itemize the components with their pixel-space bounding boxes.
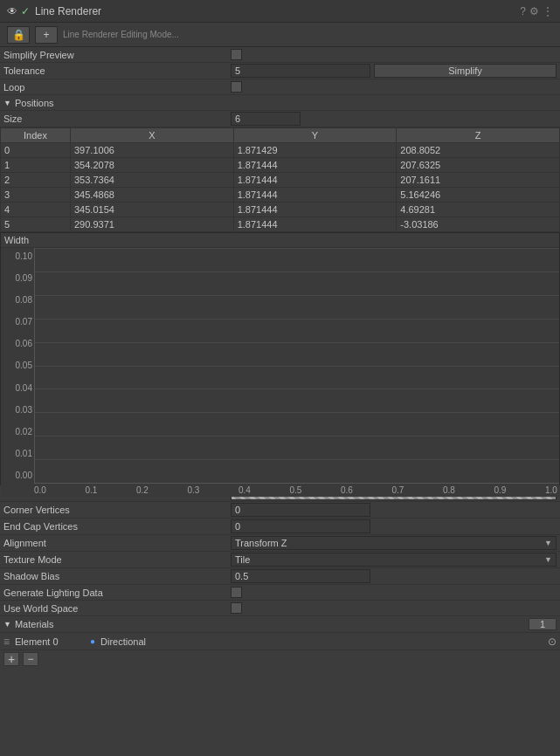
chart-inner: 0.100.090.080.070.060.050.040.030.020.01… xyxy=(1,248,559,484)
cell-index[interactable]: 0 xyxy=(1,143,71,158)
x-axis-label: 0.0 xyxy=(34,485,46,495)
alignment-arrow: ▼ xyxy=(544,539,552,547)
y-axis: 0.100.090.080.070.060.050.040.030.020.01… xyxy=(1,248,34,484)
cell-x[interactable]: 345.4868 xyxy=(71,188,234,203)
lock-button[interactable]: 🔒 xyxy=(7,26,30,44)
loop-label: Loop xyxy=(3,82,231,93)
help-icon[interactable]: ? xyxy=(520,5,526,17)
cell-y[interactable]: 1.871444 xyxy=(233,203,397,217)
chart-grid-line xyxy=(35,366,559,367)
x-axis-label: 0.4 xyxy=(239,485,251,495)
corner-vertices-row: Corner Vertices xyxy=(0,502,560,519)
cell-z[interactable]: 5.164246 xyxy=(397,188,560,203)
cell-index[interactable]: 1 xyxy=(1,158,71,173)
generate-lighting-row: Generate Lighting Data xyxy=(0,585,560,601)
toolbar-hint: Line Renderer Editing Mode... xyxy=(63,30,553,39)
x-axis-label: 1.0 xyxy=(545,485,557,495)
y-axis-label: 0.01 xyxy=(3,449,32,458)
add-remove-row: + − xyxy=(0,650,560,668)
corner-vertices-value xyxy=(231,503,557,517)
cell-z[interactable]: -3.03186 xyxy=(397,217,560,232)
use-world-space-row: Use World Space xyxy=(0,601,560,616)
size-row: Size xyxy=(0,111,560,127)
positions-table: Index X Y Z 0397.10061.871429208.8052135… xyxy=(0,127,560,232)
element-0-label: Element 0 xyxy=(15,636,85,647)
texture-mode-arrow: ▼ xyxy=(544,555,552,564)
cell-x[interactable]: 354.2078 xyxy=(71,158,234,173)
table-row: 3345.48681.8714445.164246 xyxy=(1,188,560,203)
y-axis-label: 0.04 xyxy=(3,383,32,393)
x-axis-label: 0.2 xyxy=(136,485,149,495)
cell-index[interactable]: 4 xyxy=(1,203,71,217)
materials-header: ▼ Materials xyxy=(0,616,560,633)
cell-z[interactable]: 4.69281 xyxy=(397,203,560,217)
alignment-select[interactable]: Transform Z ▼ xyxy=(231,536,557,550)
materials-count-input[interactable] xyxy=(529,618,557,630)
chart-grid-line xyxy=(35,342,559,343)
chart-grid-line xyxy=(35,412,559,413)
positions-header: ▼ Positions xyxy=(0,95,560,111)
alignment-selected: Transform Z xyxy=(235,538,287,548)
positions-label: Positions xyxy=(15,98,54,108)
cell-y[interactable]: 1.871444 xyxy=(233,188,397,203)
eye-icon[interactable]: 👁 xyxy=(7,5,17,17)
cell-index[interactable]: 2 xyxy=(1,173,71,188)
check-icon[interactable]: ✓ xyxy=(21,5,30,17)
positions-triangle[interactable]: ▼ xyxy=(3,99,11,107)
cell-z[interactable]: 207.6325 xyxy=(397,158,560,173)
materials-label: Materials xyxy=(15,619,54,629)
simplify-button[interactable]: Simplify xyxy=(374,64,557,78)
simplify-preview-checkbox[interactable] xyxy=(231,49,242,60)
cell-x[interactable]: 290.9371 xyxy=(71,217,234,232)
element-settings-button[interactable]: ⊙ xyxy=(548,636,557,648)
tolerance-label: Tolerance xyxy=(3,65,231,76)
end-cap-vertices-input[interactable] xyxy=(231,519,370,533)
col-index: Index xyxy=(1,128,71,143)
cell-x[interactable]: 397.1006 xyxy=(71,143,234,158)
generate-lighting-value xyxy=(231,587,557,598)
add-button[interactable]: + xyxy=(35,26,58,44)
overflow-icon[interactable]: ⋮ xyxy=(543,5,553,17)
cell-x[interactable]: 345.0154 xyxy=(71,203,234,217)
shadow-bias-input[interactable] xyxy=(231,569,370,583)
remove-material-button[interactable]: − xyxy=(23,652,38,666)
width-chart: Width 0.100.090.080.070.060.050.040.030.… xyxy=(0,232,560,485)
cell-y[interactable]: 1.871444 xyxy=(233,173,397,188)
cell-index[interactable]: 5 xyxy=(1,217,71,232)
cell-y[interactable]: 1.871429 xyxy=(233,143,397,158)
cell-x[interactable]: 353.7364 xyxy=(71,173,234,188)
tolerance-value: Simplify xyxy=(231,64,557,78)
tolerance-input[interactable] xyxy=(231,64,370,78)
col-y: Y xyxy=(233,128,397,143)
x-axis-label: 0.5 xyxy=(290,485,302,495)
element-handle-icon: ≡ xyxy=(3,636,10,648)
cell-y[interactable]: 1.871444 xyxy=(233,217,397,232)
size-input[interactable] xyxy=(231,112,301,126)
chart-grid-line xyxy=(35,319,559,320)
texture-mode-selected: Tile xyxy=(235,554,250,565)
chart-area-wrapper[interactable] xyxy=(34,248,559,484)
col-z: Z xyxy=(397,128,560,143)
use-world-space-checkbox[interactable] xyxy=(231,602,242,614)
cell-z[interactable]: 207.1611 xyxy=(397,173,560,188)
x-axis-label: 0.1 xyxy=(86,485,98,495)
cell-y[interactable]: 1.871444 xyxy=(233,158,397,173)
chart-grid-line xyxy=(35,459,559,460)
shadow-bias-label: Shadow Bias xyxy=(3,571,231,581)
cell-index[interactable]: 3 xyxy=(1,188,71,203)
loop-value xyxy=(231,81,557,93)
loop-checkbox[interactable] xyxy=(231,81,242,93)
materials-triangle[interactable]: ▼ xyxy=(3,620,11,629)
settings-icon[interactable]: ⚙ xyxy=(529,5,539,17)
add-material-button[interactable]: + xyxy=(3,652,19,666)
cell-z[interactable]: 208.8052 xyxy=(397,143,560,158)
generate-lighting-checkbox[interactable] xyxy=(231,587,242,598)
window-title: Line Renderer xyxy=(35,5,515,17)
corner-vertices-input[interactable] xyxy=(231,503,370,517)
chart-grid-line xyxy=(35,388,559,389)
y-axis-label: 0.00 xyxy=(3,471,32,480)
y-axis-label: 0.09 xyxy=(3,273,32,283)
end-cap-vertices-value xyxy=(231,519,557,533)
title-bar: 👁 ✓ Line Renderer ? ⚙ ⋮ xyxy=(0,0,560,23)
texture-mode-select[interactable]: Tile ▼ xyxy=(231,553,557,567)
